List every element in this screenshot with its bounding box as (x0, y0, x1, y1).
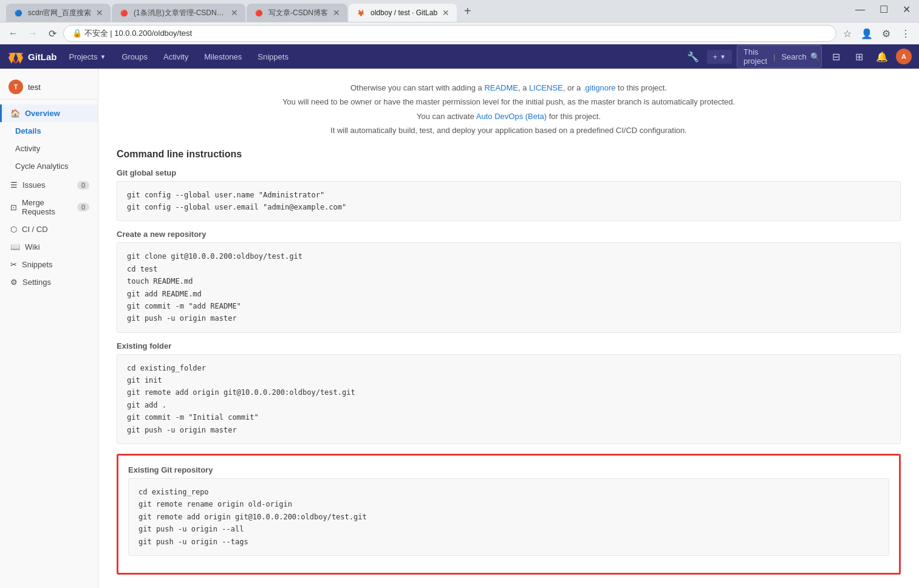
sidebar-item-snippets[interactable]: ✂ Snippets (0, 256, 98, 273)
avatar-initials: A (901, 53, 906, 60)
search-box[interactable]: This project | Search 🔍 (737, 45, 822, 68)
tab-title: scdn官网_百度搜索 (28, 8, 91, 18)
nav-projects[interactable]: Projects ▼ (66, 51, 110, 63)
sidebar-item-issues[interactable]: ☰ Issues 0 (0, 176, 98, 194)
intro-line-3: You can activate Auto DevOps (Beta) for … (117, 109, 901, 123)
nav-milestones-label: Milestones (204, 52, 242, 61)
tab-favicon: 🦊 (356, 8, 366, 18)
search-input-label: Search (781, 52, 806, 61)
sidebar: T test 🏠 Overview Details Activity Cycle… (0, 69, 98, 588)
git-global-setup-title: Git global setup (117, 168, 901, 177)
intro-block: Otherwise you can start with adding a RE… (117, 81, 901, 138)
sidebar-overview-label: Overview (25, 109, 60, 118)
extensions-button[interactable]: ⚙ (878, 25, 895, 42)
sidebar-item-cicd[interactable]: ⬡ CI / CD (0, 220, 98, 238)
back-button[interactable]: ← (5, 25, 22, 42)
sidebar-snippets-label: Snippets (22, 260, 53, 269)
tab-title: (1条消息)文章管理-CSDN博客 (134, 8, 226, 18)
plus-button[interactable]: + ▼ (707, 50, 733, 64)
nav-snippets-label: Snippets (258, 52, 289, 61)
sidebar-activity-label: Activity (15, 144, 40, 153)
address-bar[interactable]: 🔒 不安全 | 10.0.0.200/oldboy/test (63, 25, 836, 42)
sidebar-user: T test (0, 75, 98, 100)
tab-tab2[interactable]: 🔴 (1条消息)文章管理-CSDN博客 ✕ (112, 4, 245, 22)
dropdown-icon: ▼ (100, 53, 106, 60)
user-avatar[interactable]: A (896, 49, 912, 64)
sidebar-cicd-label: CI / CD (22, 225, 48, 234)
bookmark-button[interactable]: ☆ (839, 25, 856, 42)
create-repo-code: git clone git@10.0.0.200:oldboy/test.git… (117, 242, 901, 332)
tab-close-icon[interactable]: ✕ (231, 8, 238, 18)
tab-close-icon[interactable]: ✕ (442, 8, 449, 18)
sidebar-item-activity[interactable]: Activity (0, 140, 98, 157)
intro-line-2: You will need to be owner or have the ma… (117, 95, 901, 109)
sidebar-item-wiki[interactable]: 📖 Wiki (0, 238, 98, 256)
merge-icon: ⊡ (10, 203, 17, 212)
tab-tab3[interactable]: 🔴 写文章-CSDN博客 ✕ (247, 4, 347, 22)
nav-snippets[interactable]: Snippets (254, 51, 292, 63)
notifications-icon-button[interactable]: 🔔 (873, 47, 891, 66)
forward-button[interactable]: → (24, 25, 41, 42)
git-global-code-text: git config --global user.name "Administr… (127, 189, 890, 214)
tab-tab1[interactable]: 🔵 scdn官网_百度搜索 ✕ (6, 4, 111, 22)
sidebar-section-overview: 🏠 Overview Details Activity Cycle Analyt… (0, 103, 98, 176)
menu-button[interactable]: ⋮ (897, 25, 914, 42)
close-button[interactable]: ✕ (899, 2, 914, 16)
snippets-icon: ✂ (10, 260, 17, 269)
dropdown-arrow: ▼ (720, 53, 726, 60)
nav-projects-label: Projects (69, 52, 98, 61)
gitlab-logo[interactable]: GitLab (7, 48, 57, 65)
section-title: Command line instructions (117, 149, 901, 160)
main-content: Otherwise you can start with adding a RE… (98, 69, 919, 588)
tab-favicon: 🔴 (119, 8, 129, 18)
settings-icon: ⚙ (10, 278, 18, 287)
sidebar-details-label: Details (15, 126, 41, 135)
wiki-icon: 📖 (10, 242, 20, 251)
search-scope-label: This project (743, 47, 767, 66)
create-repo-code-text: git clone git@10.0.0.200:oldboy/test.git… (127, 250, 890, 324)
tab-title: oldboy / test · GitLab (371, 9, 437, 17)
minimize-button[interactable]: — (852, 2, 869, 16)
tab-title: 写文章-CSDN博客 (268, 8, 328, 18)
grid-icon-button[interactable]: ⊟ (827, 47, 845, 66)
search-icon: 🔍 (810, 52, 820, 61)
existing-git-repo-box: Existing Git repository cd existing_repo… (117, 454, 901, 575)
sidebar-settings-label: Settings (22, 278, 51, 287)
nav-activity-label: Activity (163, 52, 188, 61)
auto-devops-link[interactable]: Auto DevOps (Beta) (476, 112, 547, 121)
existing-folder-title: Existing folder (117, 341, 901, 350)
gitignore-link[interactable]: .gitignore (583, 83, 615, 92)
sidebar-item-cycle-analytics[interactable]: Cycle Analytics (0, 157, 98, 175)
plus-icon: + (713, 52, 718, 61)
new-tab-button[interactable]: + (462, 4, 474, 18)
gitlab-navbar: GitLab Projects ▼ Groups Activity Milest… (0, 44, 919, 69)
license-link[interactable]: LICENSE (529, 83, 563, 92)
sidebar-cycle-analytics-label: Cycle Analytics (15, 162, 68, 171)
sidebar-item-details[interactable]: 🏠 Overview (0, 104, 98, 122)
user-avatar-small: T (9, 80, 23, 94)
tab-close-icon[interactable]: ✕ (333, 8, 340, 18)
intro-line-1: Otherwise you can start with adding a RE… (117, 81, 901, 95)
sidebar-item-overview-details[interactable]: Details (0, 122, 98, 140)
issues-icon-button[interactable]: ⊞ (850, 47, 868, 66)
wrench-icon-button[interactable]: 🔧 (684, 47, 702, 66)
tab-favicon: 🔴 (254, 8, 264, 18)
issues-icon: ☰ (10, 180, 18, 190)
tab-tab4[interactable]: 🦊 oldboy / test · GitLab ✕ (349, 4, 457, 22)
existing-git-repo-title: Existing Git repository (128, 465, 889, 474)
merge-badge: 0 (77, 203, 89, 211)
sidebar-item-settings[interactable]: ⚙ Settings (0, 273, 98, 291)
create-repo-title: Create a new repository (117, 230, 901, 239)
maximize-button[interactable]: ☐ (876, 2, 892, 16)
sidebar-item-merge-requests[interactable]: ⊡ Merge Requests 0 (0, 194, 98, 220)
nav-milestones[interactable]: Milestones (200, 51, 245, 63)
existing-folder-code: cd existing_folder git init git remote a… (117, 354, 901, 444)
reload-button[interactable]: ⟳ (44, 25, 61, 42)
profile-button[interactable]: 👤 (858, 25, 875, 42)
readme-link[interactable]: README (484, 83, 518, 92)
nav-activity[interactable]: Activity (160, 51, 192, 63)
tab-close-icon[interactable]: ✕ (96, 8, 103, 18)
intro-line-4: It will automatically build, test, and d… (117, 123, 901, 137)
gitlab-logo-text: GitLab (28, 52, 57, 62)
nav-groups[interactable]: Groups (118, 51, 151, 63)
